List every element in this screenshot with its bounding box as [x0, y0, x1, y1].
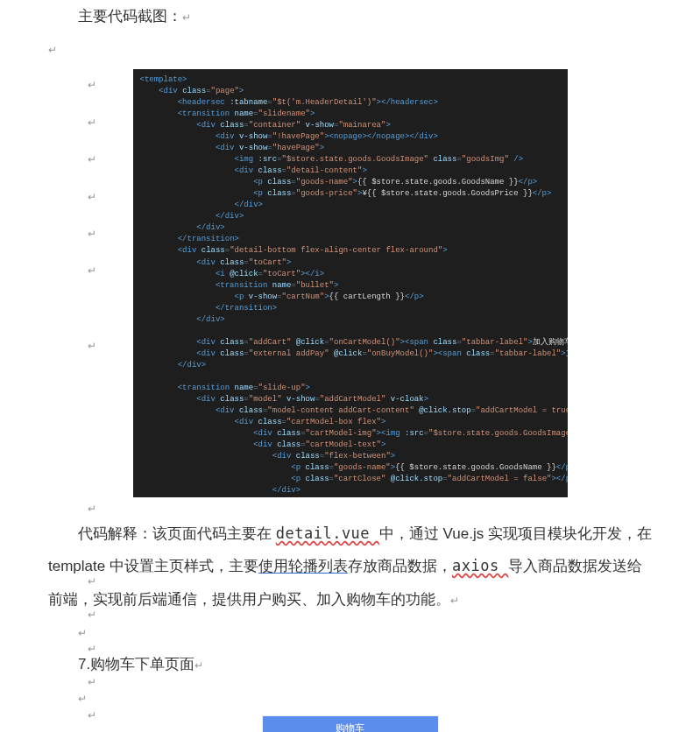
code-explain: 代码解释：该页面代码主要在 detail.vue 中，通过 Vue.js 实现项… — [48, 517, 652, 616]
enter-mark: ↵ — [88, 116, 96, 129]
enter-mark: ↵ — [88, 503, 96, 515]
enter-mark: ↵ — [88, 676, 96, 688]
enter-mark: ↵ — [88, 191, 96, 203]
phone-screenshot: 购物车 🍵 牛奶抹茶糖 − 1 + ¥22 🥬 坚果夹心海苔 − 1 + ¥9 — [48, 715, 652, 732]
enter-mark: ↵ — [88, 79, 96, 91]
feature-phrase: 使用轮播列表 — [258, 558, 348, 574]
code-screenshot: <template> <div class="page"> <headersec… — [48, 69, 652, 509]
section-7-title: 7.购物车下单页面↵ — [48, 648, 652, 680]
enter-mark: ↵ — [88, 228, 96, 240]
enter-mark: ↵ — [88, 643, 96, 655]
section-title: 主要代码截图：↵ — [48, 0, 652, 32]
enter-mark: ↵ — [88, 264, 96, 277]
enter-mark: ↵ — [48, 44, 57, 56]
enter-mark: ↵ — [88, 340, 96, 352]
cart-header: 购物车 — [263, 716, 438, 732]
enter-mark: ↵ — [182, 11, 191, 24]
filename: detail.vue — [276, 524, 379, 542]
enter-mark: ↵ — [88, 575, 96, 588]
enter-mark: ↵ — [78, 627, 87, 639]
enter-mark: ↵ — [88, 709, 96, 721]
lib-name: axios — [452, 557, 508, 574]
enter-mark: ↵ — [88, 153, 96, 165]
enter-mark: ↵ — [88, 609, 96, 621]
